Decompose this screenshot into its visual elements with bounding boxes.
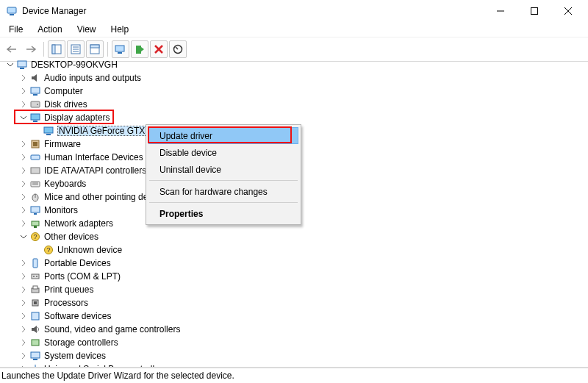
svg-rect-16 xyxy=(136,46,141,54)
minimize-button[interactable] xyxy=(484,0,517,22)
svg-rect-3 xyxy=(531,8,538,15)
close-button[interactable] xyxy=(551,0,585,22)
svg-rect-28 xyxy=(44,127,53,133)
tree-item-other-devices[interactable]: ? Other devices xyxy=(0,230,588,243)
tree-item-display-adapters[interactable]: Display adapters xyxy=(0,111,588,124)
svg-rect-13 xyxy=(90,45,99,48)
menu-file[interactable]: File xyxy=(3,24,29,35)
chevron-right-icon[interactable] xyxy=(19,101,27,109)
svg-rect-22 xyxy=(31,87,40,93)
other-device-icon: ? xyxy=(29,231,41,243)
unknown-device-icon: ? xyxy=(43,244,54,256)
menu-view[interactable]: View xyxy=(71,24,102,35)
chevron-right-icon[interactable] xyxy=(19,259,27,268)
svg-rect-0 xyxy=(7,7,16,13)
chevron-right-icon[interactable] xyxy=(19,154,27,162)
menu-action[interactable]: Action xyxy=(32,24,68,35)
status-bar: Launches the Update Driver Wizard for th… xyxy=(0,368,588,383)
ctx-properties[interactable]: Properties xyxy=(148,205,298,222)
ctx-separator xyxy=(149,202,298,203)
tree-item-disk[interactable]: Disk drives xyxy=(0,98,588,111)
app-icon xyxy=(6,5,18,17)
processor-icon xyxy=(29,297,41,309)
toolbar-disable-button[interactable] xyxy=(169,40,187,58)
svg-rect-39 xyxy=(31,207,40,212)
software-device-icon xyxy=(29,310,41,322)
chevron-right-icon[interactable] xyxy=(19,140,27,148)
nav-forward-button[interactable] xyxy=(22,40,40,58)
display-adapter-icon xyxy=(43,125,54,137)
svg-rect-29 xyxy=(46,134,51,135)
tree-item-processors[interactable]: Processors xyxy=(0,296,588,309)
svg-rect-41 xyxy=(32,221,39,226)
toolbar-show-hide-tree-button[interactable] xyxy=(48,40,65,58)
chevron-down-icon[interactable] xyxy=(19,114,27,122)
svg-rect-40 xyxy=(34,213,37,215)
chevron-right-icon[interactable] xyxy=(19,312,27,321)
tree-item-software[interactable]: Software devices xyxy=(0,309,588,323)
chevron-down-icon[interactable] xyxy=(19,233,27,241)
menu-help[interactable]: Help xyxy=(105,24,135,35)
toolbar-properties-button[interactable] xyxy=(67,40,85,58)
chevron-right-icon[interactable] xyxy=(19,326,27,334)
ctx-disable-device[interactable]: Disable device xyxy=(148,144,298,161)
title-bar: Device Manager xyxy=(0,0,588,22)
tree-item-print[interactable]: Print queues xyxy=(0,283,588,296)
storage-icon xyxy=(29,337,41,348)
display-adapter-icon xyxy=(29,112,41,124)
chevron-right-icon[interactable] xyxy=(19,286,27,294)
chevron-right-icon[interactable] xyxy=(19,193,27,201)
chevron-right-icon[interactable] xyxy=(19,339,27,347)
svg-text:?: ? xyxy=(46,246,50,254)
svg-rect-42 xyxy=(34,226,37,228)
computer-icon xyxy=(29,85,41,97)
svg-rect-52 xyxy=(33,286,37,289)
toolbar-update-driver-button[interactable] xyxy=(131,40,148,58)
svg-text:?: ? xyxy=(33,233,37,240)
context-menu: Update driver Disable device Uninstall d… xyxy=(146,124,301,225)
chevron-right-icon[interactable] xyxy=(19,207,27,215)
svg-rect-1 xyxy=(10,14,14,15)
tree-root[interactable]: DESKTOP-99OKVGH xyxy=(0,58,588,71)
ctx-update-driver[interactable]: Update driver xyxy=(148,127,298,144)
svg-rect-14 xyxy=(115,46,124,51)
toolbar-scan-hardware-button[interactable] xyxy=(112,40,129,58)
portable-device-icon xyxy=(29,257,41,269)
ctx-scan-hardware[interactable]: Scan for hardware changes xyxy=(148,183,298,200)
chevron-right-icon[interactable] xyxy=(19,180,27,188)
tree-item-audio[interactable]: Audio inputs and outputs xyxy=(0,71,588,85)
toolbar-uninstall-button[interactable] xyxy=(150,40,168,58)
maximize-button[interactable] xyxy=(517,0,551,22)
ctx-uninstall-device[interactable]: Uninstall device xyxy=(148,161,298,178)
tree-item-sound[interactable]: Sound, video and game controllers xyxy=(0,323,588,336)
svg-rect-57 xyxy=(31,352,40,358)
chevron-right-icon[interactable] xyxy=(19,87,27,96)
svg-rect-32 xyxy=(31,155,40,160)
tree-root-label: DESKTOP-99OKVGH xyxy=(31,60,118,70)
disk-icon xyxy=(29,99,41,110)
tree-item-system[interactable]: System devices xyxy=(0,349,588,362)
ide-icon xyxy=(29,165,41,176)
chevron-right-icon[interactable] xyxy=(19,352,27,360)
svg-rect-26 xyxy=(31,114,40,120)
chevron-right-icon[interactable] xyxy=(19,273,27,281)
svg-rect-48 xyxy=(32,274,39,279)
nav-back-button[interactable] xyxy=(3,40,21,58)
mouse-icon xyxy=(29,191,41,203)
tree-item-ports[interactable]: Ports (COM & LPT) xyxy=(0,270,588,283)
tree-item-unknown-device[interactable]: ? Unknown device xyxy=(0,243,588,257)
tree-item-computer[interactable]: Computer xyxy=(0,85,588,98)
toolbar-help-button[interactable] xyxy=(86,40,104,58)
tree-item-storage[interactable]: Storage controllers xyxy=(0,336,588,349)
chevron-down-icon[interactable] xyxy=(6,61,14,69)
system-device-icon xyxy=(29,350,41,362)
window-title: Device Manager xyxy=(22,6,86,16)
tree-item-portable[interactable]: Portable Devices xyxy=(0,257,588,270)
svg-rect-47 xyxy=(33,259,37,268)
chevron-right-icon[interactable] xyxy=(19,167,27,175)
chevron-right-icon[interactable] xyxy=(19,74,27,82)
chevron-right-icon[interactable] xyxy=(19,299,27,307)
chevron-right-icon[interactable] xyxy=(19,220,27,228)
svg-rect-7 xyxy=(52,45,55,54)
audio-icon xyxy=(29,72,41,84)
